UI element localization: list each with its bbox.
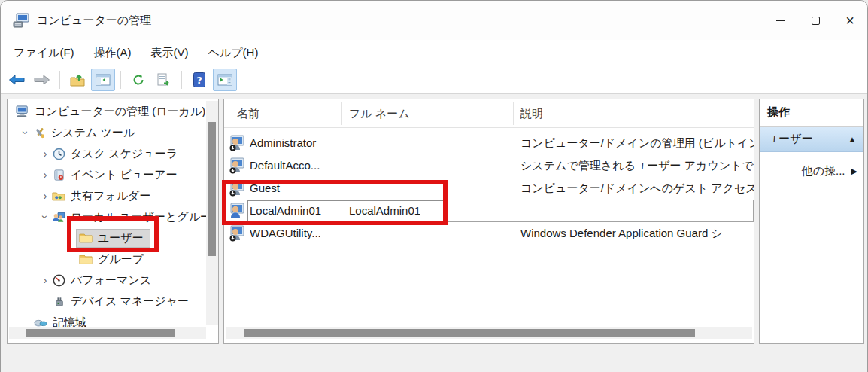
user-full-name: LocalAdmin01 (349, 204, 420, 217)
chevron-right-icon[interactable]: › (39, 191, 51, 201)
maximize-button[interactable] (798, 1, 833, 40)
help-button[interactable]: ? (187, 69, 211, 91)
export-list-button[interactable] (152, 69, 176, 91)
tree-item-users[interactable]: ユーザー (8, 227, 219, 249)
actions-group-users[interactable]: ユーザー ▲ (760, 127, 863, 152)
toolbar-separator (59, 71, 60, 89)
title-bar: コンピューターの管理 × (1, 1, 867, 40)
menu-view[interactable]: 表示(V) (141, 43, 199, 63)
help-icon: ? (193, 72, 205, 87)
forward-button[interactable] (30, 69, 54, 91)
chevron-right-icon[interactable]: › (39, 148, 51, 159)
user-row-guest[interactable]: Guest コンピューター/ドメインへのゲスト アクセス用 (ビルトイン アカウ… (224, 177, 754, 200)
tree-item-performance[interactable]: › パフォーマンス (8, 270, 219, 291)
user-disabled-icon (229, 180, 245, 199)
more-actions-label: 他の操... (802, 164, 845, 178)
tree-item-label: ユーザー (98, 231, 144, 245)
chevron-down-icon[interactable]: › (20, 127, 31, 139)
tree-item-label: システム ツール (51, 126, 135, 140)
user-row-wdagutility[interactable]: WDAGUtility... Windows Defender Applicat… (224, 222, 754, 245)
tree-horizontal-scrollbar-thumb[interactable] (26, 329, 175, 337)
show-console-tree-button[interactable] (91, 69, 115, 91)
tree-vertical-scrollbar[interactable] (206, 101, 218, 325)
tree-vertical-scrollbar-thumb[interactable] (208, 122, 216, 256)
tree-item-task-scheduler[interactable]: › タスク スケジューラ (8, 143, 219, 164)
list-horizontal-scrollbar-thumb[interactable] (244, 329, 695, 337)
user-row-administrator[interactable]: Administrator コンピューター/ドメインの管理用 (ビルトイン アカ… (224, 132, 754, 154)
tree-item-label: コンピューターの管理 (ローカル) (35, 105, 205, 119)
action-pane-icon (217, 74, 232, 86)
tree-item-computer-management[interactable]: コンピューターの管理 (ローカル) (8, 101, 219, 122)
tree-item-label: 記憶域 (53, 316, 86, 328)
chevron-right-icon[interactable]: › (39, 275, 51, 285)
column-separator[interactable] (513, 102, 514, 125)
tree-item-label: ローカル ユーザーとグループ (71, 210, 219, 224)
chevron-right-icon[interactable]: › (39, 169, 51, 180)
chevron-down-icon[interactable]: › (40, 211, 50, 223)
tree-item-event-viewer[interactable]: › イベント ビューアー (8, 164, 219, 185)
users-list-pane: 名前 フル ネーム 説明 Administrator コンピューター/ドメインの… (223, 99, 754, 344)
toolbar-separator (120, 71, 121, 89)
tree-item-system-tools[interactable]: › システム ツール (8, 122, 219, 143)
user-rows: Administrator コンピューター/ドメインの管理用 (ビルトイン アカ… (224, 132, 754, 245)
tree-horizontal-scrollbar[interactable] (9, 327, 206, 339)
close-icon: × (845, 13, 854, 28)
menu-bar: ファイル(F) 操作(A) 表示(V) ヘルプ(H) (1, 40, 867, 66)
back-icon (8, 74, 25, 86)
refresh-button[interactable] (126, 69, 150, 91)
folder-icon (78, 231, 93, 245)
user-name: LocalAdmin01 (250, 204, 321, 217)
console-tree-icon (96, 74, 111, 86)
actions-pane: 操作 ユーザー ▲ 他の操... ▶ (759, 99, 864, 344)
main-area: コンピューターの管理 (ローカル) › システム ツール › タスク スケジュー… (1, 94, 867, 372)
show-action-pane-button[interactable] (213, 69, 237, 91)
refresh-icon (132, 73, 145, 87)
user-icon (229, 203, 245, 221)
submenu-arrow-icon: ▶ (851, 166, 857, 176)
tree-row-content: グループ (77, 251, 150, 268)
tree-item-local-users-and-groups[interactable]: › ローカル ユーザーとグループ (8, 206, 219, 227)
tree-item-device-manager[interactable]: デバイス マネージャー (8, 291, 219, 312)
menu-file[interactable]: ファイル(F) (4, 43, 84, 63)
shared-folders-icon (51, 189, 66, 203)
tree-item-label: 共有フォルダー (71, 189, 150, 203)
more-actions-item[interactable]: 他の操... ▶ (760, 160, 863, 182)
computer-management-window: コンピューターの管理 × ファイル(F) 操作(A) 表示(V) ヘルプ(H) (0, 0, 868, 372)
tree-items: コンピューターの管理 (ローカル) › システム ツール › タスク スケジュー… (8, 101, 219, 327)
maximize-icon (812, 17, 820, 25)
tree-item-groups[interactable]: グループ (8, 249, 219, 270)
actions-pane-title: 操作 (760, 99, 863, 127)
computer-icon (15, 105, 30, 118)
up-button[interactable] (65, 69, 90, 91)
column-header-name[interactable]: 名前 (237, 107, 259, 121)
menu-help[interactable]: ヘルプ(H) (199, 43, 269, 63)
tree-item-label: タスク スケジューラ (71, 147, 178, 161)
forward-icon (34, 74, 50, 86)
column-header-description[interactable]: 説明 (520, 107, 543, 121)
user-row-defaultaccount[interactable]: DefaultAcco... システムで管理されるユーザー アカウントです。 (224, 154, 754, 177)
user-row-localadmin01[interactable]: LocalAdmin01 LocalAdmin01 (224, 200, 754, 222)
minimize-button[interactable] (763, 1, 798, 40)
close-button[interactable]: × (833, 1, 867, 40)
up-folder-icon (70, 73, 85, 87)
list-horizontal-scrollbar[interactable] (226, 327, 752, 339)
column-header-full-name[interactable]: フル ネーム (349, 107, 410, 121)
back-button[interactable] (5, 69, 29, 91)
tree-item-label: グループ (98, 252, 144, 267)
local-users-and-groups-icon (51, 210, 66, 224)
user-disabled-icon (229, 225, 245, 244)
computer-management-app-icon (13, 13, 29, 28)
menu-action[interactable]: 操作(A) (84, 43, 141, 63)
column-separator[interactable] (341, 102, 342, 125)
user-disabled-icon (229, 135, 245, 154)
tree-item-label: デバイス マネージャー (71, 294, 189, 309)
tree-item-storage[interactable]: 記憶域 (8, 312, 219, 327)
toolbar-separator (181, 71, 182, 89)
list-header: 名前 フル ネーム 説明 (224, 99, 754, 128)
device-manager-icon (51, 294, 66, 308)
task-scheduler-icon (51, 147, 66, 160)
system-tools-icon (32, 126, 47, 139)
tree-item-shared-folders[interactable]: › 共有フォルダー (8, 185, 219, 206)
tree-selection-highlight: ユーザー (77, 230, 150, 247)
collapse-arrow-icon[interactable]: ▲ (848, 135, 856, 143)
